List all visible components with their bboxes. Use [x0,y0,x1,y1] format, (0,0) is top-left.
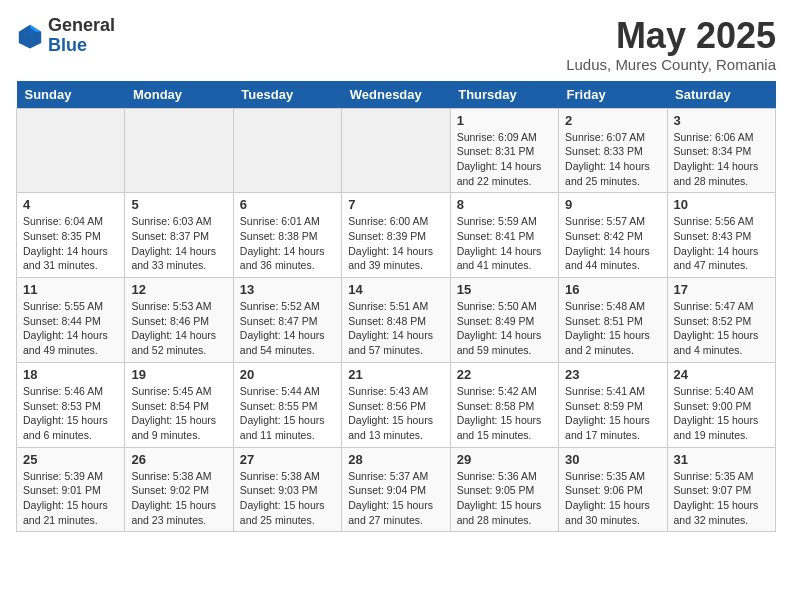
day-number: 6 [240,197,335,212]
day-number: 3 [674,113,769,128]
day-number: 31 [674,452,769,467]
day-number: 2 [565,113,660,128]
day-number: 30 [565,452,660,467]
calendar-day-cell: 14Sunrise: 5:51 AMSunset: 8:48 PMDayligh… [342,278,450,363]
calendar-day-cell: 28Sunrise: 5:37 AMSunset: 9:04 PMDayligh… [342,447,450,532]
day-number: 5 [131,197,226,212]
location-subtitle: Ludus, Mures County, Romania [566,56,776,73]
day-info: Sunrise: 5:42 AMSunset: 8:58 PMDaylight:… [457,384,552,443]
calendar-week-row: 11Sunrise: 5:55 AMSunset: 8:44 PMDayligh… [17,278,776,363]
day-info: Sunrise: 6:09 AMSunset: 8:31 PMDaylight:… [457,130,552,189]
day-info: Sunrise: 6:06 AMSunset: 8:34 PMDaylight:… [674,130,769,189]
calendar-day-cell: 19Sunrise: 5:45 AMSunset: 8:54 PMDayligh… [125,362,233,447]
weekday-header-cell: Tuesday [233,81,341,109]
day-info: Sunrise: 5:35 AMSunset: 9:07 PMDaylight:… [674,469,769,528]
day-number: 14 [348,282,443,297]
calendar-table: SundayMondayTuesdayWednesdayThursdayFrid… [16,81,776,533]
calendar-day-cell: 7Sunrise: 6:00 AMSunset: 8:39 PMDaylight… [342,193,450,278]
day-info: Sunrise: 5:56 AMSunset: 8:43 PMDaylight:… [674,214,769,273]
calendar-day-cell: 4Sunrise: 6:04 AMSunset: 8:35 PMDaylight… [17,193,125,278]
calendar-body: 1Sunrise: 6:09 AMSunset: 8:31 PMDaylight… [17,108,776,532]
day-number: 16 [565,282,660,297]
day-number: 10 [674,197,769,212]
calendar-day-cell: 16Sunrise: 5:48 AMSunset: 8:51 PMDayligh… [559,278,667,363]
day-info: Sunrise: 6:07 AMSunset: 8:33 PMDaylight:… [565,130,660,189]
calendar-day-cell: 8Sunrise: 5:59 AMSunset: 8:41 PMDaylight… [450,193,558,278]
day-info: Sunrise: 5:50 AMSunset: 8:49 PMDaylight:… [457,299,552,358]
calendar-day-cell [125,108,233,193]
weekday-header-cell: Saturday [667,81,775,109]
day-info: Sunrise: 5:41 AMSunset: 8:59 PMDaylight:… [565,384,660,443]
calendar-day-cell: 24Sunrise: 5:40 AMSunset: 9:00 PMDayligh… [667,362,775,447]
calendar-day-cell [17,108,125,193]
day-number: 22 [457,367,552,382]
day-info: Sunrise: 5:37 AMSunset: 9:04 PMDaylight:… [348,469,443,528]
day-number: 17 [674,282,769,297]
calendar-week-row: 4Sunrise: 6:04 AMSunset: 8:35 PMDaylight… [17,193,776,278]
day-number: 26 [131,452,226,467]
calendar-day-cell: 20Sunrise: 5:44 AMSunset: 8:55 PMDayligh… [233,362,341,447]
day-info: Sunrise: 5:47 AMSunset: 8:52 PMDaylight:… [674,299,769,358]
day-number: 13 [240,282,335,297]
calendar-day-cell: 1Sunrise: 6:09 AMSunset: 8:31 PMDaylight… [450,108,558,193]
calendar-day-cell: 3Sunrise: 6:06 AMSunset: 8:34 PMDaylight… [667,108,775,193]
day-number: 1 [457,113,552,128]
calendar-day-cell: 5Sunrise: 6:03 AMSunset: 8:37 PMDaylight… [125,193,233,278]
calendar-day-cell: 6Sunrise: 6:01 AMSunset: 8:38 PMDaylight… [233,193,341,278]
calendar-day-cell: 29Sunrise: 5:36 AMSunset: 9:05 PMDayligh… [450,447,558,532]
day-number: 12 [131,282,226,297]
calendar-day-cell [342,108,450,193]
day-number: 27 [240,452,335,467]
weekday-header-row: SundayMondayTuesdayWednesdayThursdayFrid… [17,81,776,109]
day-info: Sunrise: 5:40 AMSunset: 9:00 PMDaylight:… [674,384,769,443]
calendar-day-cell: 27Sunrise: 5:38 AMSunset: 9:03 PMDayligh… [233,447,341,532]
calendar-day-cell: 12Sunrise: 5:53 AMSunset: 8:46 PMDayligh… [125,278,233,363]
calendar-day-cell: 31Sunrise: 5:35 AMSunset: 9:07 PMDayligh… [667,447,775,532]
day-number: 25 [23,452,118,467]
calendar-day-cell: 15Sunrise: 5:50 AMSunset: 8:49 PMDayligh… [450,278,558,363]
calendar-day-cell: 25Sunrise: 5:39 AMSunset: 9:01 PMDayligh… [17,447,125,532]
day-info: Sunrise: 5:36 AMSunset: 9:05 PMDaylight:… [457,469,552,528]
calendar-day-cell: 17Sunrise: 5:47 AMSunset: 8:52 PMDayligh… [667,278,775,363]
day-info: Sunrise: 6:04 AMSunset: 8:35 PMDaylight:… [23,214,118,273]
day-info: Sunrise: 5:53 AMSunset: 8:46 PMDaylight:… [131,299,226,358]
calendar-day-cell [233,108,341,193]
title-block: May 2025 Ludus, Mures County, Romania [566,16,776,73]
logo-blue: Blue [48,35,87,55]
day-number: 9 [565,197,660,212]
weekday-header-cell: Wednesday [342,81,450,109]
day-number: 15 [457,282,552,297]
day-number: 19 [131,367,226,382]
day-number: 21 [348,367,443,382]
day-info: Sunrise: 6:03 AMSunset: 8:37 PMDaylight:… [131,214,226,273]
day-info: Sunrise: 5:45 AMSunset: 8:54 PMDaylight:… [131,384,226,443]
weekday-header-cell: Monday [125,81,233,109]
day-number: 11 [23,282,118,297]
day-info: Sunrise: 5:59 AMSunset: 8:41 PMDaylight:… [457,214,552,273]
month-title: May 2025 [566,16,776,56]
weekday-header-cell: Thursday [450,81,558,109]
day-number: 24 [674,367,769,382]
day-info: Sunrise: 5:44 AMSunset: 8:55 PMDaylight:… [240,384,335,443]
day-number: 29 [457,452,552,467]
logo-icon [16,22,44,50]
day-info: Sunrise: 6:00 AMSunset: 8:39 PMDaylight:… [348,214,443,273]
day-number: 4 [23,197,118,212]
day-info: Sunrise: 6:01 AMSunset: 8:38 PMDaylight:… [240,214,335,273]
calendar-day-cell: 30Sunrise: 5:35 AMSunset: 9:06 PMDayligh… [559,447,667,532]
day-info: Sunrise: 5:43 AMSunset: 8:56 PMDaylight:… [348,384,443,443]
weekday-header-cell: Friday [559,81,667,109]
calendar-day-cell: 23Sunrise: 5:41 AMSunset: 8:59 PMDayligh… [559,362,667,447]
page-header: General Blue May 2025 Ludus, Mures Count… [16,16,776,73]
calendar-day-cell: 22Sunrise: 5:42 AMSunset: 8:58 PMDayligh… [450,362,558,447]
logo: General Blue [16,16,115,56]
day-info: Sunrise: 5:55 AMSunset: 8:44 PMDaylight:… [23,299,118,358]
day-info: Sunrise: 5:35 AMSunset: 9:06 PMDaylight:… [565,469,660,528]
calendar-week-row: 25Sunrise: 5:39 AMSunset: 9:01 PMDayligh… [17,447,776,532]
day-info: Sunrise: 5:57 AMSunset: 8:42 PMDaylight:… [565,214,660,273]
day-info: Sunrise: 5:52 AMSunset: 8:47 PMDaylight:… [240,299,335,358]
day-number: 18 [23,367,118,382]
calendar-day-cell: 26Sunrise: 5:38 AMSunset: 9:02 PMDayligh… [125,447,233,532]
calendar-day-cell: 13Sunrise: 5:52 AMSunset: 8:47 PMDayligh… [233,278,341,363]
calendar-week-row: 1Sunrise: 6:09 AMSunset: 8:31 PMDaylight… [17,108,776,193]
